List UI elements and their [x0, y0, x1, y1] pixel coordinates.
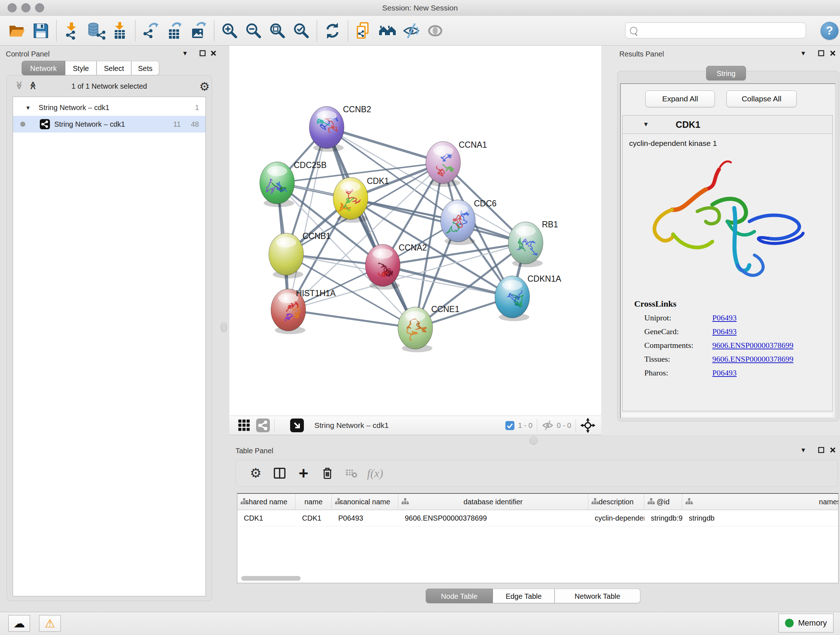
column-header-name[interactable]: name [295, 494, 332, 510]
table-cell: stringdb [682, 510, 838, 526]
tab-sets[interactable]: Sets [131, 61, 159, 75]
expand-all-button[interactable]: Expand All [645, 90, 715, 107]
memory-button[interactable]: Memory [778, 614, 834, 632]
network-options-gear-icon[interactable]: ⚙ [199, 81, 210, 92]
export-image-button[interactable] [187, 19, 210, 42]
cloud-button[interactable]: ☁ [8, 615, 30, 632]
network-list: ▼ String Network – cdk1 1 String Network… [13, 97, 206, 596]
zoom-out-button[interactable] [242, 19, 265, 42]
results-panel: Results Panel ▼ String Expand All Collap… [601, 46, 840, 435]
table-settings-gear-icon[interactable]: ⚙ [244, 462, 268, 484]
column-header-database-identifier[interactable]: database identifier [398, 494, 588, 510]
collection-name: String Network – cdk1 [39, 103, 110, 112]
selected-checkbox-icon[interactable] [505, 421, 515, 430]
network-node-CCNA1[interactable]: CCNA1 [426, 140, 487, 187]
zoom-selected-button[interactable] [289, 19, 313, 42]
crosslink-link[interactable]: P06493 [712, 327, 737, 336]
float-panel-icon[interactable] [199, 50, 206, 58]
column-header--id[interactable]: @id [644, 494, 682, 510]
crosslink-row: Tissues:9606.ENSP00000378699 [644, 355, 832, 364]
node-result-header[interactable]: ▼ CDK1 [622, 116, 832, 134]
search-box[interactable] [625, 22, 806, 38]
tab-style[interactable]: Style [65, 61, 96, 75]
hide-details-button[interactable] [399, 19, 423, 42]
collapse-entry-icon[interactable]: ▼ [643, 121, 649, 128]
network-row[interactable]: String Network – cdk1 11 48 [13, 116, 205, 133]
open-session-button[interactable] [5, 19, 29, 42]
tab-edge-table[interactable]: Edge Table [493, 589, 554, 603]
show-details-button[interactable] [423, 19, 447, 42]
zoom-fit-button[interactable] [265, 19, 289, 42]
column-header-namespace[interactable]: namespace [682, 494, 838, 510]
tab-select[interactable]: Select [96, 61, 131, 75]
network-node-RB1[interactable]: RB1 [508, 220, 558, 267]
save-session-button[interactable] [29, 19, 53, 42]
table-horizontal-scrollbar[interactable] [241, 576, 301, 581]
network-canvas[interactable]: CCNB2CCNA1CDC25BCDK1CDC6RB1CCNB1CCNA2CDK… [229, 46, 602, 416]
network-node-CCNE1[interactable]: CCNE1 [398, 304, 459, 352]
network-node-CCNB1[interactable]: CCNB1 [269, 231, 331, 279]
tab-network[interactable]: Network [22, 61, 65, 75]
column-header-shared-name[interactable]: shared name [237, 494, 295, 510]
results-panel-menu-icon[interactable]: ▼ [800, 50, 806, 57]
show-columns-icon[interactable] [268, 462, 292, 484]
table-panel-title: Table Panel [235, 447, 273, 455]
bottom-splitter-handle[interactable] [530, 437, 538, 445]
crosslink-link[interactable]: 9606.ENSP00000378699 [712, 340, 793, 350]
column-header-canonical-name[interactable]: canonical name [332, 494, 398, 510]
crosslink-link[interactable]: 9606.ENSP00000378699 [712, 355, 793, 364]
network-badge-icon[interactable] [256, 418, 270, 432]
memory-status-dot [785, 619, 794, 627]
tab-network-table[interactable]: Network Table [554, 589, 640, 603]
close-panel-icon[interactable] [210, 50, 217, 58]
tab-node-table[interactable]: Node Table [426, 589, 493, 603]
float-panel-icon[interactable] [818, 50, 825, 58]
help-button[interactable]: ? [821, 22, 838, 40]
network-collection-row[interactable]: ▼ String Network – cdk1 1 [13, 99, 205, 116]
network-node-CDKN1A[interactable]: CDKN1A [495, 274, 561, 321]
crosslink-link[interactable]: P06493 [712, 368, 737, 378]
collapse-all-button[interactable]: Collapse All [726, 90, 797, 107]
table-panel: Table Panel ▼ ⚙ + f(x) shared namenamec [229, 444, 840, 607]
column-header-description[interactable]: description [588, 494, 644, 510]
cloud-icon: ☁ [13, 618, 25, 629]
zoom-in-button[interactable] [218, 19, 242, 42]
network-graph[interactable]: CCNB2CCNA1CDC25BCDK1CDC6RB1CCNB1CCNA2CDK… [229, 46, 601, 416]
export-network-button[interactable] [139, 19, 163, 42]
svg-text:CDK1: CDK1 [367, 176, 389, 186]
svg-text:CCNA2: CCNA2 [399, 243, 427, 252]
network-node-CCNA2[interactable]: CCNA2 [365, 243, 427, 290]
delete-column-trash-icon[interactable] [316, 462, 339, 484]
duplicate-network-button[interactable] [352, 19, 376, 42]
left-splitter-handle[interactable] [221, 323, 227, 332]
tab-string[interactable]: String [706, 66, 746, 80]
float-panel-icon[interactable] [818, 447, 825, 455]
network-node-CDC6[interactable]: CDC6 [441, 199, 497, 245]
svg-text:CCNE1: CCNE1 [431, 304, 459, 314]
control-panel-menu-icon[interactable]: ▼ [182, 50, 188, 57]
warnings-button[interactable]: ⚠ [39, 615, 61, 632]
import-database-button[interactable] [84, 19, 108, 42]
results-horizontal-scrollbar[interactable] [622, 412, 832, 417]
detach-view-icon[interactable] [290, 418, 304, 432]
apply-layout-button[interactable] [321, 19, 344, 42]
fit-content-crosshair-icon[interactable] [580, 418, 595, 433]
import-table-button[interactable] [108, 19, 132, 42]
network-node-CCNB2[interactable]: CCNB2 [309, 105, 371, 152]
import-network-button[interactable] [60, 19, 84, 42]
search-input[interactable] [641, 26, 806, 35]
crosslink-link[interactable]: P06493 [712, 313, 737, 323]
close-panel-icon[interactable] [829, 447, 836, 455]
table-cell: stringdb:9... [644, 510, 682, 526]
grid-view-icon[interactable] [237, 418, 251, 432]
table-row[interactable]: CDK1CDK1P064939606.ENSP00000378699cyclin… [237, 510, 838, 526]
export-table-button[interactable] [163, 19, 187, 42]
toolbar-separator [135, 20, 136, 41]
table-panel-menu-icon[interactable]: ▼ [800, 447, 806, 454]
collection-expand-icon[interactable]: ▼ [25, 105, 31, 111]
network-node-HIST1H1A[interactable]: HIST1H1A [271, 288, 336, 334]
home-button[interactable] [376, 19, 399, 42]
hidden-eye-icon[interactable] [542, 419, 554, 432]
close-panel-icon[interactable] [829, 50, 836, 58]
add-column-icon[interactable]: + [292, 462, 316, 484]
